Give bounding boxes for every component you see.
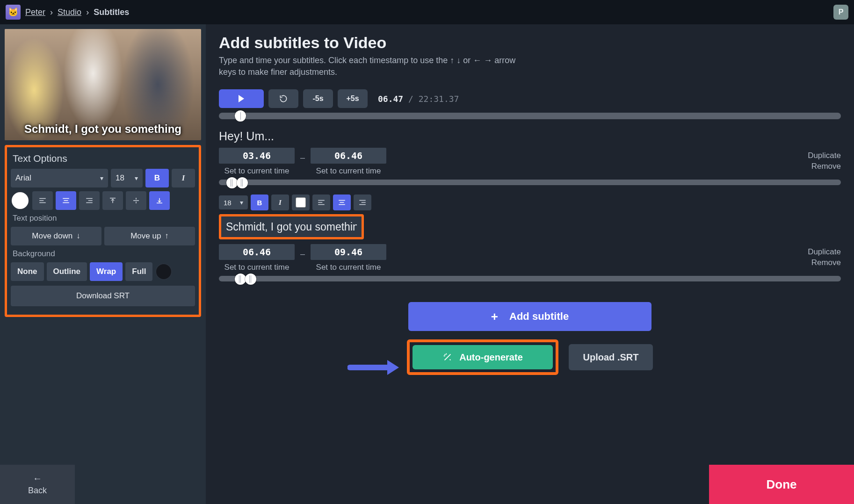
end-time-input[interactable]: 09.46 xyxy=(311,244,386,260)
auto-generate-button[interactable]: Auto-generate xyxy=(413,345,553,369)
align-left-icon xyxy=(38,196,47,205)
remove-button[interactable]: Remove xyxy=(808,162,841,171)
plus-5s-button[interactable]: +5s xyxy=(338,89,368,108)
page-title: Add subtitles to Video xyxy=(219,34,841,52)
font-select[interactable]: Arial ▾ xyxy=(11,169,108,187)
main-content: Add subtitles to Video Type and time you… xyxy=(206,24,854,504)
text-options-title: Text Options xyxy=(13,153,194,164)
restart-icon xyxy=(279,94,288,103)
subtitle-range-track[interactable] xyxy=(219,180,841,185)
total-time: 22:31.37 xyxy=(419,94,459,104)
subtitle-text-input[interactable] xyxy=(221,216,362,237)
tutorial-arrow-icon xyxy=(347,358,399,377)
range-end-thumb[interactable] xyxy=(245,274,256,285)
valign-top-button[interactable] xyxy=(102,191,123,210)
app-logo[interactable]: 🐱 xyxy=(6,5,21,20)
text-options-panel: Text Options Arial ▾ 18 ▾ B I xyxy=(5,145,201,317)
move-down-button[interactable]: Move down ↓ xyxy=(11,227,101,245)
align-right-button[interactable] xyxy=(79,191,100,210)
subtitle-block: Hey! Um... 03.46 Set to current time – 0… xyxy=(219,130,841,185)
subtitle-block: 18 ▾ B I 06.46 Set to current time – xyxy=(219,194,841,281)
svg-marker-1 xyxy=(387,360,399,375)
play-icon xyxy=(239,95,244,102)
chevron-down-icon: ▾ xyxy=(135,174,138,182)
align-center-icon xyxy=(62,196,70,205)
time-display: 06.47 / 22:31.37 xyxy=(378,94,459,104)
video-preview[interactable]: Schmidt, I got you something xyxy=(5,29,201,140)
color-swatch-icon xyxy=(296,197,306,208)
download-srt-button[interactable]: Download SRT xyxy=(11,286,195,306)
inline-italic-button[interactable]: I xyxy=(271,194,289,210)
range-start-thumb[interactable] xyxy=(226,177,238,188)
duplicate-button[interactable]: Duplicate xyxy=(808,247,841,257)
arrow-left-icon: ← xyxy=(33,473,42,484)
back-button[interactable]: ← Back xyxy=(0,465,75,504)
bg-wrap-button[interactable]: Wrap xyxy=(90,262,123,281)
remove-button[interactable]: Remove xyxy=(808,258,841,267)
valign-middle-icon xyxy=(132,196,140,205)
avatar[interactable]: P xyxy=(833,5,848,20)
upload-srt-button[interactable]: Upload .SRT xyxy=(569,344,653,370)
italic-button[interactable]: I xyxy=(172,169,195,187)
scrubber-thumb[interactable] xyxy=(235,110,246,122)
inline-color-button[interactable] xyxy=(292,194,310,210)
breadcrumb-studio[interactable]: Studio xyxy=(58,7,81,17)
subtitle-input-highlight xyxy=(219,214,364,239)
text-position-label: Text position xyxy=(13,214,194,223)
subtitle-text[interactable]: Hey! Um... xyxy=(219,130,841,143)
font-size-value: 18 xyxy=(116,173,124,183)
restart-button[interactable] xyxy=(268,89,298,108)
move-up-button[interactable]: Move up ↑ xyxy=(104,227,195,245)
inline-align-left-button[interactable] xyxy=(312,194,330,210)
valign-bottom-button[interactable] xyxy=(149,191,170,210)
end-time-input[interactable]: 06.46 xyxy=(311,148,386,164)
font-select-value: Arial xyxy=(15,173,31,183)
valign-top-icon xyxy=(109,196,117,205)
range-end-thumb[interactable] xyxy=(237,177,248,188)
range-start-thumb[interactable] xyxy=(235,274,246,285)
start-time-input[interactable]: 06.46 xyxy=(219,244,295,260)
plus-icon: + xyxy=(491,310,498,324)
subtitle-range-track[interactable] xyxy=(219,276,841,281)
preview-subtitle-text: Schmidt, I got you something xyxy=(5,122,201,136)
add-subtitle-button[interactable]: + Add subtitle xyxy=(408,302,651,331)
auto-generate-highlight: Auto-generate xyxy=(407,339,558,375)
current-time: 06.47 xyxy=(378,94,403,104)
inline-align-right-button[interactable] xyxy=(354,194,371,210)
set-start-current[interactable]: Set to current time xyxy=(224,166,289,176)
bg-color-swatch[interactable] xyxy=(155,263,172,280)
play-button[interactable] xyxy=(219,89,264,108)
valign-middle-button[interactable] xyxy=(126,191,146,210)
set-end-current[interactable]: Set to current time xyxy=(316,166,381,176)
align-center-button[interactable] xyxy=(56,191,76,210)
valign-bottom-icon xyxy=(155,196,164,205)
done-button[interactable]: Done xyxy=(709,465,854,504)
font-size-select[interactable]: 18 ▾ xyxy=(111,169,143,187)
magic-wand-icon xyxy=(442,352,453,362)
background-label: Background xyxy=(13,249,194,259)
set-start-current[interactable]: Set to current time xyxy=(224,263,289,272)
start-time-input[interactable]: 03.46 xyxy=(219,148,295,164)
arrow-up-icon: ↑ xyxy=(165,231,169,241)
inline-align-center-button[interactable] xyxy=(333,194,351,210)
breadcrumb-page: Subtitles xyxy=(94,7,129,17)
bg-full-button[interactable]: Full xyxy=(125,262,152,281)
bg-none-button[interactable]: None xyxy=(11,262,44,281)
bold-button[interactable]: B xyxy=(145,169,169,187)
align-center-icon xyxy=(338,198,346,207)
text-color-swatch[interactable] xyxy=(11,191,29,210)
breadcrumb-user[interactable]: Peter xyxy=(25,7,45,17)
bg-outline-button[interactable]: Outline xyxy=(47,262,87,281)
inline-format-toolbar: 18 ▾ B I xyxy=(219,194,841,210)
main-scrubber[interactable] xyxy=(219,113,841,119)
chevron-down-icon: ▾ xyxy=(100,174,103,182)
topbar: 🐱 Peter › Studio › Subtitles P xyxy=(0,0,854,24)
align-left-button[interactable] xyxy=(32,191,53,210)
inline-font-size-select[interactable]: 18 ▾ xyxy=(219,195,248,209)
set-end-current[interactable]: Set to current time xyxy=(316,263,381,272)
arrow-down-icon: ↓ xyxy=(76,231,80,241)
inline-bold-button[interactable]: B xyxy=(251,194,268,210)
transport-controls: -5s +5s 06.47 / 22:31.37 xyxy=(219,89,841,108)
minus-5s-button[interactable]: -5s xyxy=(303,89,333,108)
duplicate-button[interactable]: Duplicate xyxy=(808,151,841,160)
